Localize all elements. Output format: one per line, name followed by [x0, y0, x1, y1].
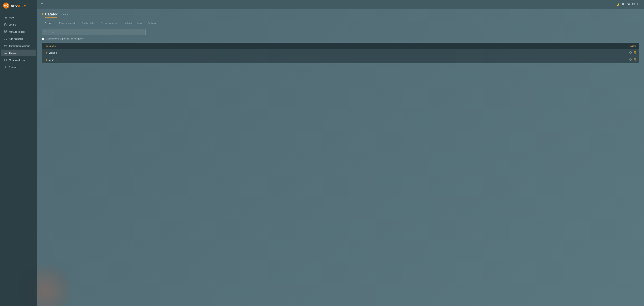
- clothing-cell: Clothing »: [42, 49, 413, 56]
- managing-forms-icon: [4, 58, 7, 61]
- sort-icon: [44, 58, 47, 61]
- clothing-actions-cell: [413, 49, 639, 56]
- table-row: Gear »: [42, 56, 639, 64]
- svg-rect-29: [623, 4, 624, 5]
- chevron-double-icon[interactable]: »: [56, 59, 57, 61]
- catalog-icon: [4, 51, 7, 54]
- gear-settings-icon[interactable]: [629, 58, 632, 61]
- sidebar-item-managing-blocks-label: Managing blocks: [9, 31, 26, 33]
- clothing-name: Clothing: [49, 52, 57, 54]
- actions-column-header: Actions: [413, 43, 639, 49]
- tab-products[interactable]: Products: [42, 21, 56, 26]
- svg-point-31: [633, 3, 634, 4]
- svg-rect-27: [623, 3, 624, 4]
- page-content: Catalog ← Back Products Filter by produc…: [37, 9, 644, 306]
- sidebar-item-catalog-label: Catalog: [9, 52, 16, 54]
- sidebar-item-settings-label: Settings: [9, 66, 17, 68]
- logo-text: oneentry: [11, 4, 26, 8]
- topbar-right: 🌙 EN: [616, 3, 640, 6]
- tabs: Products Filter by products Product link…: [42, 21, 639, 26]
- tab-filter-by-products[interactable]: Filter by products: [56, 21, 79, 26]
- page-indicator: [42, 14, 43, 15]
- back-arrow-icon: ←: [60, 13, 62, 16]
- content-management-icon: [4, 44, 7, 47]
- back-label: Back: [63, 13, 68, 16]
- svg-rect-10: [4, 31, 5, 32]
- gear-cell: Gear »: [42, 56, 413, 64]
- clothing-settings-icon[interactable]: [629, 51, 632, 54]
- sidebar-item-content-management[interactable]: Content management: [1, 43, 36, 49]
- table-row: Clothing »: [42, 49, 639, 56]
- clothing-add-icon[interactable]: [634, 51, 636, 54]
- sidebar-item-menu[interactable]: ☰ Menu: [1, 14, 36, 21]
- products-table: Page name Actions Clothing »: [42, 43, 639, 63]
- svg-rect-26: [622, 3, 623, 4]
- topbar: ☰ 🌙 EN: [37, 0, 644, 9]
- logo-icon: C: [3, 2, 10, 9]
- svg-point-37: [630, 59, 631, 60]
- svg-rect-9: [6, 24, 6, 26]
- svg-point-33: [630, 52, 631, 53]
- tab-product-statuses[interactable]: Product statuses: [98, 21, 120, 26]
- sidebar-navigation: ☰ Menu Journal Managing blocks Administr…: [0, 11, 37, 73]
- sidebar-item-journal[interactable]: Journal: [1, 21, 36, 28]
- settings-icon: [4, 66, 7, 69]
- moon-icon[interactable]: 🌙: [616, 3, 619, 6]
- search-bar: [42, 29, 146, 35]
- sidebar-item-settings[interactable]: Settings: [1, 64, 36, 70]
- mass-removal-row: Mass removal of products in categories: [42, 38, 639, 40]
- page-title: Catalog: [45, 12, 58, 17]
- svg-rect-28: [622, 4, 623, 5]
- tab-product-links[interactable]: Product links: [79, 21, 98, 26]
- sidebar: C oneentry ☰ Menu Journal Managing block…: [0, 0, 37, 306]
- sidebar-item-catalog[interactable]: Catalog: [1, 50, 36, 56]
- gear-name: Gear: [49, 59, 54, 61]
- svg-rect-13: [6, 32, 7, 33]
- tab-settings[interactable]: Settings: [145, 21, 159, 26]
- managing-blocks-icon: [4, 30, 7, 33]
- page-title-underline: [45, 18, 57, 18]
- mass-removal-label: Mass removal of products in categories: [46, 38, 84, 40]
- sidebar-item-content-management-label: Content management: [9, 45, 30, 47]
- svg-rect-12: [4, 32, 5, 33]
- page-header: Catalog ← Back: [42, 12, 639, 17]
- sidebar-item-managing-forms-label: Managing forms: [9, 59, 25, 61]
- back-link[interactable]: ← Back: [60, 13, 68, 16]
- administrators-icon: [4, 37, 7, 40]
- sidebar-item-administrators-label: Administrators: [9, 38, 23, 40]
- search-input[interactable]: [42, 29, 146, 35]
- svg-point-24: [5, 59, 6, 60]
- mass-removal-checkbox[interactable]: [42, 38, 44, 40]
- logout-icon[interactable]: [637, 3, 640, 6]
- language-selector[interactable]: EN: [627, 3, 630, 6]
- sidebar-logo: C oneentry: [0, 0, 37, 11]
- tab-loading-the-catalog[interactable]: Loading the catalog: [120, 21, 145, 26]
- menu-icon: ☰: [4, 16, 7, 19]
- chevron-double-icon[interactable]: »: [59, 52, 60, 54]
- svg-point-25: [5, 67, 6, 68]
- page-name-column-header: Page name: [42, 43, 413, 49]
- grid-icon[interactable]: [622, 3, 624, 6]
- sidebar-item-administrators[interactable]: Administrators: [1, 36, 36, 42]
- svg-rect-16: [4, 45, 7, 47]
- sidebar-item-journal-label: Journal: [9, 24, 16, 26]
- gear-add-icon[interactable]: [634, 58, 636, 61]
- account-icon[interactable]: [632, 3, 635, 6]
- main-content: ☰ 🌙 EN Catalog ← Back: [37, 0, 644, 306]
- svg-rect-11: [6, 31, 7, 32]
- hamburger-icon[interactable]: ☰: [41, 3, 43, 6]
- journal-icon: [4, 23, 7, 26]
- sidebar-item-menu-label: Menu: [9, 17, 14, 19]
- gear-actions-cell: [413, 56, 639, 64]
- table-header: Page name Actions: [42, 43, 639, 49]
- sidebar-item-managing-forms[interactable]: Managing forms: [1, 57, 36, 63]
- sort-icon: [44, 51, 47, 54]
- sidebar-item-managing-blocks[interactable]: Managing blocks: [1, 28, 36, 35]
- topbar-left: ☰: [41, 3, 43, 6]
- svg-text:C: C: [4, 4, 6, 7]
